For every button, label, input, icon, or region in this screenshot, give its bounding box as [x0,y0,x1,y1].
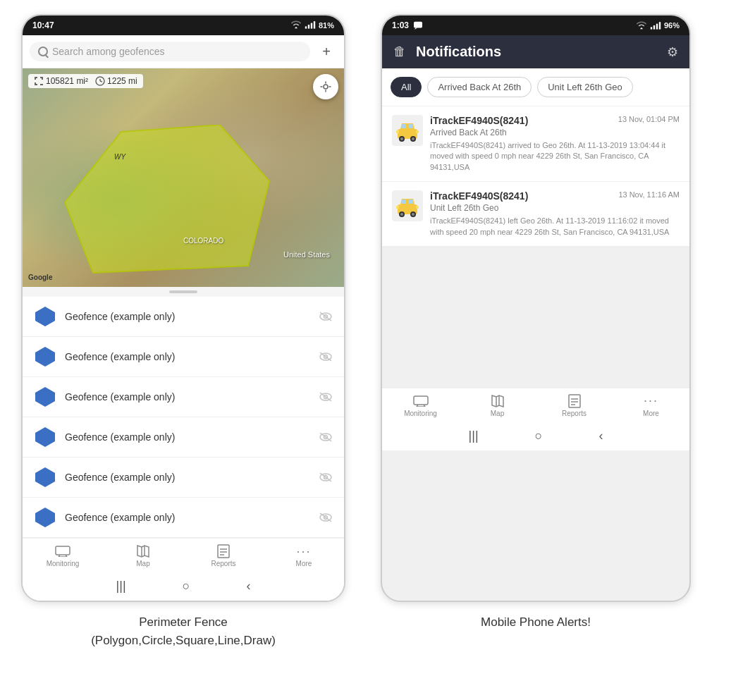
signal-icon-left [305,20,316,30]
notification-item[interactable]: iTrackEF4940S(8241) 13 Nov, 01:04 PM Arr… [382,106,689,182]
search-icon [38,47,48,56]
caption-right-text: Mobile Phone Alerts! [481,615,591,629]
nav-map[interactable]: Map [103,543,183,569]
svg-rect-53 [659,22,661,29]
svg-marker-29 [35,467,55,487]
geofence-label: Geofence (example only) [65,431,310,443]
geofence-icon [34,345,56,368]
svg-point-12 [324,85,328,89]
status-icons-right: 96% [636,21,680,30]
scroll-indicator [23,287,344,297]
search-bar: Search among geofences + [23,35,344,68]
notification-content-2: iTrackEF4940S(8241) 13 Nov, 11:16 AM Uni… [430,190,680,238]
notifications-header: 🗑 Notifications ⚙ [382,35,689,68]
svg-rect-57 [409,124,413,128]
area-stat: 105821 mi² [34,76,88,86]
caption-left: Perimeter Fence(Polygon,Circle,Square,Li… [21,613,345,649]
geofence-icon [34,466,56,489]
notification-item[interactable]: iTrackEF4940S(8241) 13 Nov, 11:16 AM Uni… [382,182,689,247]
map-area[interactable]: 105821 mi² 1225 mi [23,68,344,287]
add-geofence-button[interactable]: + [316,41,337,62]
notif-event-2: Unit Left 26th Geo [430,203,680,213]
map-label-co: COLORADO [183,237,223,245]
nav-monitoring[interactable]: Monitoring [23,543,103,569]
android-menu-btn-right[interactable]: ||| [469,429,479,443]
android-back-btn-right[interactable]: ‹ [598,429,603,443]
map-icon-right [489,394,506,408]
svg-marker-17 [35,347,55,367]
notif-time-2: 13 Nov, 11:16 AM [618,190,680,199]
wifi-icon-right [636,21,647,30]
search-input-wrapper[interactable]: Search among geofences [30,42,310,61]
list-item[interactable]: Geofence (example only) [23,458,344,498]
svg-rect-56 [402,124,406,128]
wifi-icon [290,20,302,30]
list-item[interactable]: Geofence (example only) [23,498,344,538]
svg-point-69 [400,213,403,216]
list-item[interactable]: Geofence (example only) [23,297,344,337]
status-time-left: 10:47 [32,20,54,30]
notif-event-1: Arrived Back At 26th [430,128,680,137]
nav-monitoring-label: Monitoring [47,560,80,567]
notif-top-row-2: iTrackEF4940S(8241) 13 Nov, 11:16 AM [430,190,680,202]
visibility-icon[interactable] [319,312,333,321]
filter-left[interactable]: Unit Left 26th Geo [537,77,633,97]
area-icon [34,76,44,86]
android-back-btn[interactable]: ‹ [246,579,250,594]
map-stats: 105821 mi² 1225 mi [28,74,143,88]
svg-rect-62 [396,130,399,133]
visibility-icon[interactable] [319,432,333,442]
nav-map-right[interactable]: Map [459,393,536,419]
svg-rect-51 [653,25,655,30]
notification-content-1: iTrackEF4940S(8241) 13 Nov, 01:04 PM Arr… [430,115,680,173]
svg-marker-13 [35,307,55,326]
svg-marker-21 [35,387,55,407]
filter-all[interactable]: All [391,77,422,97]
svg-point-71 [412,213,415,216]
trash-icon[interactable]: 🗑 [393,44,406,59]
geofence-label: Geofence (example only) [65,512,310,523]
list-item[interactable]: Geofence (example only) [23,337,344,377]
svg-rect-74 [414,396,428,405]
geofence-label: Geofence (example only) [65,311,310,322]
reports-icon [215,544,232,558]
notifications-title: Notifications [416,44,657,60]
svg-line-7 [100,81,102,82]
svg-marker-33 [35,508,55,527]
notif-device-2: iTrackEF4940S(8241) [430,190,528,202]
android-home-btn[interactable]: ○ [183,579,190,594]
car-icon-2 [392,190,423,221]
list-item[interactable]: Geofence (example only) [23,417,344,458]
notif-time-1: 13 Nov, 01:04 PM [618,115,680,123]
caption-right: Mobile Phone Alerts! [381,613,691,649]
monitoring-icon-right [412,394,429,408]
nav-more-right[interactable]: ··· More [613,393,689,419]
status-time-right: 1:03 [392,20,409,30]
android-menu-btn[interactable]: ||| [116,579,126,594]
nav-monitoring-right[interactable]: Monitoring [382,393,459,419]
geofence-label: Geofence (example only) [65,351,310,362]
visibility-icon[interactable] [319,392,333,402]
list-item[interactable]: Geofence (example only) [23,377,344,417]
geofence-icon [34,305,56,328]
svg-rect-3 [314,21,315,28]
visibility-icon[interactable] [319,512,333,522]
clock-icon [95,76,105,86]
nav-more[interactable]: ··· More [264,543,344,569]
nav-reports[interactable]: Reports [183,543,264,569]
status-bar-right: 1:03 96% [382,16,689,35]
nav-reports-right[interactable]: Reports [536,393,613,419]
svg-point-61 [412,137,415,140]
geofence-icon [34,426,56,448]
svg-rect-52 [656,24,658,30]
captions: Perimeter Fence(Polygon,Circle,Square,Li… [0,602,743,649]
filter-arrived[interactable]: Arrived Back At 26th [427,77,532,97]
location-button[interactable] [313,74,338,99]
android-home-btn-right[interactable]: ○ [535,429,543,443]
visibility-icon[interactable] [319,472,333,482]
visibility-icon[interactable] [319,352,333,362]
geofence-list: Geofence (example only) Geofence (exampl… [23,297,344,538]
svg-marker-49 [415,27,417,30]
settings-icon[interactable]: ⚙ [667,44,678,60]
car-icon-1 [392,115,423,146]
